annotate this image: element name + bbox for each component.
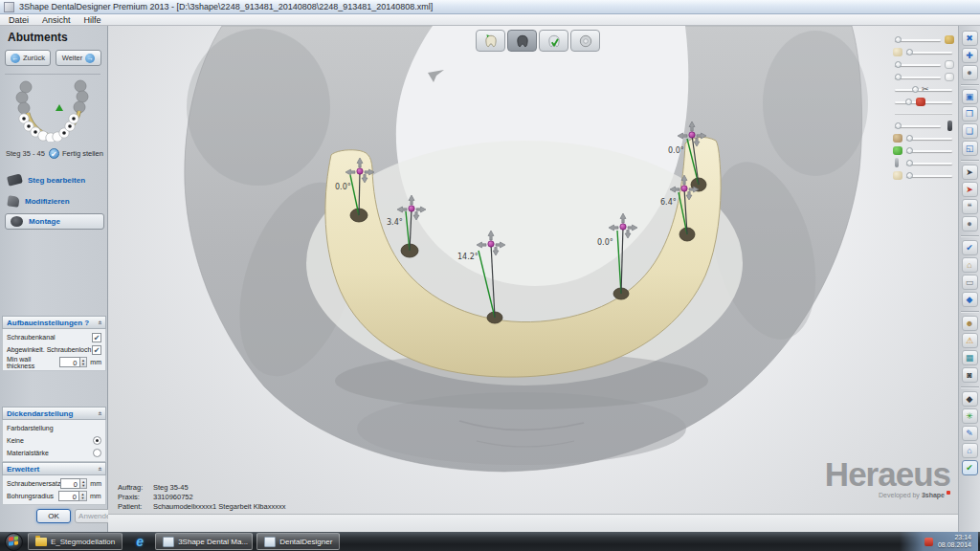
collapse-icon[interactable]: «: [95, 411, 103, 415]
photo-icon[interactable]: ▦: [962, 350, 978, 365]
taskbar-clock[interactable]: 23:14 08.08.2014: [938, 534, 971, 550]
close-view-icon[interactable]: ✖: [962, 31, 978, 46]
strip-divider: [961, 235, 979, 236]
menu-ansicht[interactable]: Ansicht: [42, 15, 71, 25]
schraubenversatz-input[interactable]: 0: [60, 478, 80, 489]
diamond-view-icon[interactable]: ◆: [962, 391, 978, 407]
order-value: Steg 35-45: [153, 483, 189, 493]
annotate-tool-icon[interactable]: ➤: [962, 182, 978, 197]
section-header[interactable]: Dickendarstellung «: [2, 407, 106, 420]
step-label: Steg 35 - 45: [6, 149, 45, 158]
portrait-icon[interactable]: ☻: [962, 316, 978, 331]
manipulator-ball[interactable]: [620, 224, 626, 230]
warning-icon[interactable]: ⚠: [962, 333, 978, 348]
min-wall-input[interactable]: 0: [59, 357, 80, 367]
materialstaerke-radio[interactable]: [93, 449, 101, 457]
gingiva-visibility-slider[interactable]: [893, 71, 954, 83]
tool-montage[interactable]: Montage: [5, 213, 104, 230]
schraubenloch-checkbox[interactable]: ✔: [92, 345, 101, 355]
divider: [5, 74, 100, 75]
taskbar-window-dentaldesigner[interactable]: DentalDesigner: [256, 533, 340, 550]
section-title: Aufbaueinstellungen: [7, 319, 82, 327]
manipulator-ball[interactable]: [409, 206, 414, 211]
section-erweitert: Erweitert « Schraubenversatz 0 ▲▼ mm Boh…: [2, 462, 106, 505]
approve-abutment-button[interactable]: [539, 30, 568, 52]
dental-arch-diagram[interactable]: [9, 78, 100, 142]
spray-icon: [7, 195, 19, 208]
taskbar: E_Stegmodellation e 3Shape Dental Ma... …: [0, 532, 980, 551]
finish-label: Fertig stellen: [62, 149, 103, 158]
manipulator-ball[interactable]: [681, 186, 687, 191]
comment-tool-icon[interactable]: ❝: [962, 199, 978, 214]
menu-hilfe[interactable]: Hilfe: [84, 15, 101, 25]
tool-label: Steg bearbeiten: [28, 176, 85, 185]
section-header[interactable]: Erweitert «: [2, 462, 106, 475]
pin-visibility-slider[interactable]: [893, 157, 954, 169]
mill-disc-button[interactable]: [570, 30, 600, 52]
3d-viewport[interactable]: 0.0° 3.4° 14.2°: [108, 26, 958, 532]
zoom-fit-icon[interactable]: ✚: [962, 48, 978, 63]
solid-view-icon[interactable]: ◆: [962, 292, 978, 307]
sphere-view-icon[interactable]: ●: [962, 65, 978, 80]
model-home-icon[interactable]: ⌂: [962, 257, 978, 273]
angle-label: 3.4°: [387, 218, 403, 227]
unit-label: mm: [90, 480, 101, 487]
manipulator-ball[interactable]: [357, 168, 363, 174]
cut-plane-slider[interactable]: ✂: [893, 83, 954, 96]
crown-cream-visibility-slider[interactable]: [893, 46, 954, 58]
back-button[interactable]: ← Zurück: [5, 50, 51, 66]
order-value: Schaumodellxxxxx1 Stegarbeit Klbaxxxxx: [153, 502, 285, 512]
next-button[interactable]: Weiter →: [56, 50, 101, 66]
screen-layout-icon[interactable]: ▣: [962, 89, 978, 104]
load-abutment-button[interactable]: [476, 30, 505, 52]
collapse-icon[interactable]: «: [95, 320, 103, 324]
window-icon: [163, 537, 174, 547]
window-label: DentalDesigner: [279, 538, 332, 546]
collapse-icon[interactable]: «: [95, 467, 103, 471]
crown-gold-visibility-slider[interactable]: [893, 33, 954, 46]
wax-red-visibility-slider[interactable]: [893, 96, 954, 108]
start-button[interactable]: [5, 533, 23, 551]
model-view-icon[interactable]: ⌂: [962, 443, 978, 458]
camera-icon[interactable]: ◙: [962, 367, 978, 383]
pen-tool-icon[interactable]: ✎: [962, 426, 978, 441]
frame-view-icon[interactable]: ▭: [962, 275, 978, 290]
tool-visibility-slider[interactable]: [893, 169, 954, 182]
tray-notification-icon[interactable]: [924, 538, 933, 546]
spinner-arrows[interactable]: ▲▼: [80, 478, 87, 489]
approve-tooth-icon[interactable]: ✔: [962, 460, 978, 475]
bohrungsradius-input[interactable]: 0: [58, 491, 79, 501]
menu-datei[interactable]: Datei: [9, 15, 29, 25]
export-view-icon[interactable]: ◱: [962, 141, 978, 156]
taskbar-window-dental-manager[interactable]: 3Shape Dental Ma...: [155, 533, 253, 550]
pick-tool-icon[interactable]: ➤: [962, 165, 978, 180]
spinner-arrows[interactable]: ▲▼: [79, 491, 87, 501]
blob-view-icon[interactable]: ●: [962, 216, 978, 231]
section-header[interactable]: Aufbaueinstellungen ? «: [2, 316, 106, 329]
step-row: Steg 35 - 45 ✔ Fertig stellen: [6, 148, 104, 159]
copy-view-icon[interactable]: ❐: [962, 106, 978, 121]
plane-axis-icon[interactable]: ✳: [962, 408, 978, 424]
schraubenkanal-checkbox[interactable]: ✔: [92, 333, 101, 342]
teeth-white-visibility-slider[interactable]: [893, 58, 954, 71]
finish-button[interactable]: ✔ Fertig stellen: [49, 148, 103, 159]
pin-icon: [895, 158, 899, 167]
taskbar-explorer-button[interactable]: E_Stegmodellation: [28, 533, 122, 550]
manipulator-ball[interactable]: [488, 241, 494, 247]
help-icon[interactable]: ?: [84, 319, 89, 327]
tool-modifizieren[interactable]: Modifizieren: [8, 196, 70, 207]
implant-visibility-slider[interactable]: [893, 144, 954, 157]
keine-radio[interactable]: [93, 436, 101, 445]
ok-button[interactable]: OK: [36, 509, 71, 523]
duplicate-view-icon[interactable]: ❏: [962, 123, 978, 139]
screw-visibility-slider[interactable]: [893, 120, 954, 132]
edit-abutment-button[interactable]: [507, 30, 537, 52]
group-label: Farbdarstellung: [7, 425, 54, 431]
tool-steg-bearbeiten[interactable]: Steg bearbeiten: [8, 175, 85, 185]
abutment-visibility-slider[interactable]: [893, 132, 954, 144]
check-tool-icon[interactable]: ✔: [962, 240, 978, 255]
taskbar-ie-button[interactable]: e: [130, 534, 149, 549]
manipulator-ball[interactable]: [689, 132, 695, 138]
title-bar[interactable]: 3Shape DentalDesigner Premium 2013 - [D:…: [0, 0, 980, 14]
spinner-arrows[interactable]: ▲▼: [80, 357, 88, 367]
